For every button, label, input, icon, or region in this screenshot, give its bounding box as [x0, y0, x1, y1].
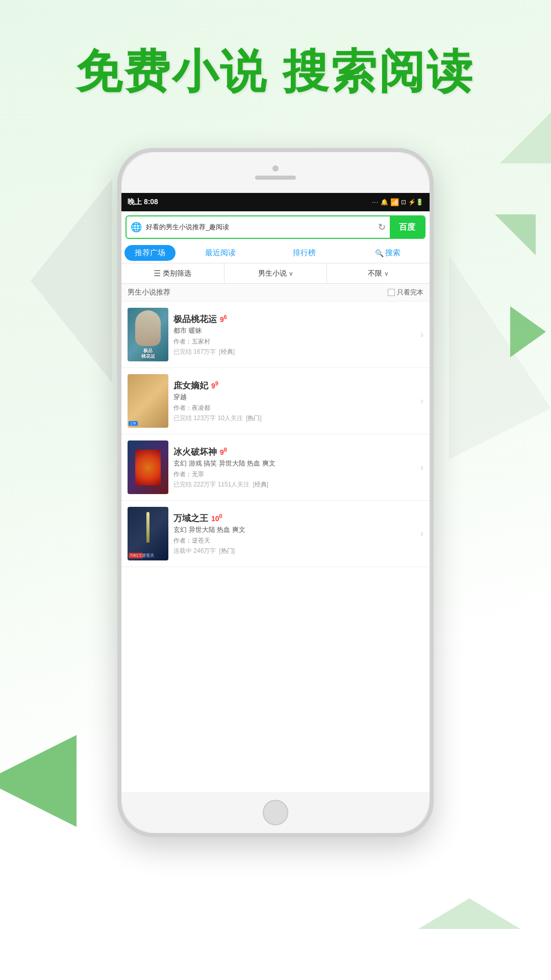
search-tab-icon: 🔍	[375, 249, 384, 257]
book-meta-3: 已完结 222万字 1151人关注 [经典]	[173, 480, 415, 489]
rating-decimal-2: 9	[215, 380, 218, 386]
rating-main-4: 10	[211, 514, 219, 523]
search-bar[interactable]: 🌐 好看的男生小说推荐_趣阅读 ↻ 百度	[126, 215, 425, 239]
complete-checkbox[interactable]	[388, 289, 395, 296]
chevron-down-icon: ∨	[289, 270, 293, 277]
cover-text-4: 逆苍天	[142, 553, 154, 558]
book-title-1: 极品桃花运	[173, 313, 217, 325]
phone-screen: 晚上 8:08 ··· 🔔 📶 ⊡ ⚡🔋 🌐 好看的男生小说推荐_趣阅读 ↻ 百…	[121, 193, 430, 792]
list-item[interactable]: 万城之王 逆苍天 万域之王 100 玄幻 异世大陆 热血 爽文 作者：逆苍天	[121, 501, 430, 567]
search-input[interactable]: 好看的男生小说推荐_趣阅读	[146, 223, 374, 232]
signal-icon: ···	[372, 199, 379, 206]
tab-recommend[interactable]: 推荐广场	[124, 245, 176, 261]
book-status-1: 已完结 167万字	[173, 348, 216, 356]
book-tag-2: [热门]	[246, 414, 262, 423]
rating-decimal-4: 0	[219, 513, 222, 519]
book-status-4: 连载中 246万字	[173, 547, 216, 555]
search-button[interactable]: 百度	[390, 216, 424, 238]
tab-ranking[interactable]: 排行榜	[262, 243, 346, 263]
cover-figure	[135, 310, 161, 346]
filter-list-icon: ☰	[154, 268, 161, 278]
book-title-3: 冰火破坏神	[173, 446, 217, 458]
book-tag-3: [经典]	[253, 480, 268, 489]
book-title-row-1: 极品桃花运 96	[173, 313, 415, 325]
bg-decoration-7	[0, 735, 77, 827]
section-title: 男生小说推荐	[128, 288, 170, 297]
book-title-4: 万域之王	[173, 512, 208, 524]
book-cover-2: 17K	[128, 374, 168, 428]
rating-decimal-1: 6	[224, 314, 227, 320]
rating-main-3: 9	[220, 448, 224, 456]
filter-category-label: 类别筛选	[163, 269, 191, 278]
book-status-3: 已完结 222万字 1151人关注	[173, 480, 249, 489]
filter-limit-label: 不限	[368, 269, 382, 278]
book-status-2: 已完结 123万字 10人关注	[173, 414, 243, 423]
complete-label: 只看完本	[397, 288, 423, 297]
rating-main-2: 9	[211, 382, 215, 390]
list-item[interactable]: 极品桃花运 极品桃花运 96 都市 暖昧 作者：五家村 已完结 167万字	[121, 302, 430, 368]
filter-bar: ☰ 类别筛选 男生小说 ∨ 不限 ∨	[121, 263, 430, 284]
bg-decoration-6	[510, 306, 546, 357]
book-meta-4: 连载中 246万字 [热门]	[173, 547, 415, 555]
phone-mockup: 晚上 8:08 ··· 🔔 📶 ⊡ ⚡🔋 🌐 好看的男生小说推荐_趣阅读 ↻ 百…	[117, 148, 434, 863]
page-title: 免费小说 搜索阅读	[0, 41, 551, 103]
book-genre-1: 都市 暖昧	[173, 326, 415, 335]
screen-icon: ⊡	[401, 199, 406, 206]
book-genre-3: 玄幻 游戏 搞笑 异世大陆 热血 爽文	[173, 459, 415, 468]
tab-search[interactable]: 🔍 搜索	[346, 243, 430, 263]
filter-type[interactable]: 男生小说 ∨	[224, 263, 328, 283]
rating-main-1: 9	[220, 315, 224, 324]
camera-dot	[272, 165, 279, 172]
tab-recent[interactable]: 最近阅读	[179, 243, 262, 263]
tab-search-label: 搜索	[385, 248, 400, 258]
phone-top	[121, 152, 430, 193]
chevron-right-icon: ›	[420, 329, 423, 340]
status-icons: ··· 🔔 📶 ⊡ ⚡🔋	[372, 198, 423, 206]
filter-category[interactable]: ☰ 类别筛选	[121, 263, 224, 283]
book-rating-3: 98	[220, 447, 227, 456]
phone-body: 晚上 8:08 ··· 🔔 📶 ⊡ ⚡🔋 🌐 好看的男生小说推荐_趣阅读 ↻ 百…	[117, 148, 434, 837]
book-author-3: 作者：无罪	[173, 470, 415, 479]
book-author-1: 作者：五家村	[173, 337, 415, 346]
bg-decoration-8	[418, 898, 520, 929]
book-cover-4: 万城之王 逆苍天	[128, 507, 168, 560]
book-info-3: 冰火破坏神 98 玄幻 游戏 搞笑 异世大陆 热血 爽文 作者：无罪 已完结 2…	[168, 446, 420, 489]
phone-bottom	[121, 792, 430, 833]
mute-icon: 🔔	[381, 199, 388, 206]
list-item[interactable]: 17K 庶女嫡妃 99 穿越 作者：夜凌都 已完结 123万字 10人关注	[121, 368, 430, 434]
cover-badge-2: 17K	[129, 421, 138, 426]
bg-decoration-4	[495, 214, 536, 255]
status-time: 晚上 8:08	[128, 198, 158, 207]
book-tag-1: [经典]	[219, 348, 235, 356]
book-title-row-2: 庶女嫡妃 99	[173, 380, 415, 391]
book-list: 极品桃花运 极品桃花运 96 都市 暖昧 作者：五家村 已完结 167万字	[121, 302, 430, 567]
rating-decimal-3: 8	[224, 447, 227, 453]
chevron-down-icon-2: ∨	[384, 270, 389, 277]
book-info-4: 万域之王 100 玄幻 异世大陆 热血 爽文 作者：逆苍天 连载中 246万字 …	[168, 512, 420, 555]
book-info-2: 庶女嫡妃 99 穿越 作者：夜凌都 已完结 123万字 10人关注 [热门]	[168, 380, 420, 423]
only-complete-filter[interactable]: 只看完本	[388, 288, 423, 297]
list-item[interactable]: 冰火破坏神 98 玄幻 游戏 搞笑 异世大陆 热血 爽文 作者：无罪 已完结 2…	[121, 434, 430, 501]
section-header: 男生小说推荐 只看完本	[121, 284, 430, 302]
book-title-row-3: 冰火破坏神 98	[173, 446, 415, 458]
status-bar: 晚上 8:08 ··· 🔔 📶 ⊡ ⚡🔋	[121, 193, 430, 211]
book-meta-1: 已完结 167万字 [经典]	[173, 348, 415, 356]
chevron-right-icon-2: ›	[420, 396, 423, 406]
filter-type-label: 男生小说	[258, 269, 287, 278]
book-title-2: 庶女嫡妃	[173, 380, 208, 391]
chevron-right-icon-3: ›	[420, 462, 423, 473]
nav-tabs: 推荐广场 最近阅读 排行榜 🔍 搜索	[121, 243, 430, 263]
book-author-2: 作者：夜凌都	[173, 404, 415, 412]
refresh-icon[interactable]: ↻	[374, 222, 390, 233]
globe-icon: 🌐	[127, 222, 146, 233]
book-cover-3	[128, 440, 168, 494]
home-button[interactable]	[263, 800, 288, 825]
book-rating-4: 100	[211, 513, 222, 523]
book-info-1: 极品桃花运 96 都市 暖昧 作者：五家村 已完结 167万字 [经典]	[168, 313, 420, 356]
cover-text: 极品桃花运	[141, 348, 155, 359]
book-cover-1: 极品桃花运	[128, 308, 168, 361]
filter-limit[interactable]: 不限 ∨	[327, 263, 430, 283]
book-tag-4: [热门]	[219, 547, 235, 555]
cover-badge-4: 万城之王	[129, 553, 143, 558]
book-genre-4: 玄幻 异世大陆 热血 爽文	[173, 525, 415, 534]
